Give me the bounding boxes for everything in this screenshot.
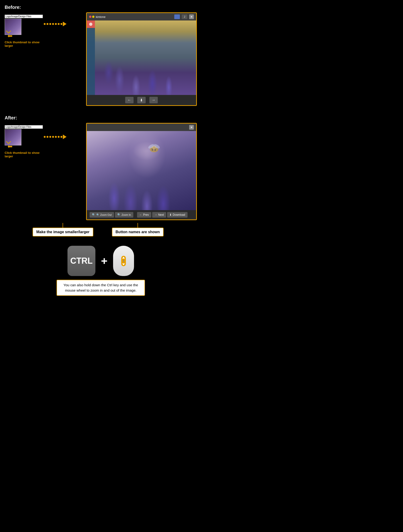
- ctrl-mouse-row: CTRL +: [68, 246, 134, 276]
- before-close-button[interactable]: ×: [189, 14, 194, 19]
- before-section: Before: Logo/Image/Design Files ⬅ Click …: [5, 5, 197, 106]
- ctrl-key-icon: CTRL: [68, 246, 95, 276]
- after-dot-1: [44, 136, 46, 138]
- callout-right-wrapper: Button names are shown: [112, 223, 164, 236]
- thumbnail-caption: Logo/Image/Design Files: [5, 15, 43, 18]
- after-label: After:: [5, 115, 197, 120]
- after-bottom-bar: 🔍 🔍 Zoom Out 🔍 Zoom In ← Prev →: [87, 210, 196, 219]
- before-next-button[interactable]: →: [149, 97, 158, 103]
- zoom-out-icon: 🔍: [92, 213, 95, 216]
- before-download-button[interactable]: ⬇: [137, 97, 146, 103]
- dot-2: [47, 23, 48, 25]
- after-dot-2: [47, 136, 48, 138]
- before-thumbnail[interactable]: [5, 19, 21, 35]
- zoom-in-button[interactable]: 🔍 Zoom In: [115, 212, 133, 218]
- callout-line-left: [63, 223, 63, 228]
- ctrl-description: You can also hold down the Ctrl key and …: [57, 280, 145, 296]
- after-thumbnail[interactable]: [5, 129, 21, 146]
- titlebar-right: J ×: [174, 14, 194, 19]
- dots: [44, 23, 62, 25]
- kintone-title: kintone: [96, 15, 106, 19]
- after-download-button[interactable]: ⬇ CTRL Download: [167, 212, 187, 218]
- callout-zoom: Make the image smaller/larger: [32, 228, 93, 236]
- after-prev-button[interactable]: ← Prev: [137, 212, 151, 218]
- callouts-row: Make the image smaller/larger Button nam…: [23, 223, 197, 236]
- scroll-up-arrow: [122, 257, 125, 259]
- after-click-label: Click thumbnail to show larger: [5, 151, 43, 158]
- zoom-controls: 🔍 🔍 Zoom Out 🔍 Zoom In: [90, 212, 133, 218]
- zoom-out-button[interactable]: 🔍 🔍 Zoom Out: [90, 212, 114, 218]
- before-bottom-bar: ← ⬇ →: [87, 95, 196, 105]
- dot-3: [49, 23, 51, 25]
- fb-icon: [174, 14, 180, 19]
- download-icon: ⬇: [169, 213, 172, 216]
- after-close-button[interactable]: ×: [189, 125, 194, 130]
- ctrl-key-label: CTRL: [70, 256, 93, 266]
- after-kintone-window: × 🔍: [86, 123, 197, 220]
- prev-label: Prev: [143, 213, 149, 216]
- kintone-dot-red: [89, 16, 91, 18]
- after-arrow: [44, 134, 67, 139]
- callout-left-wrapper: Make the image smaller/larger: [32, 223, 93, 236]
- user-icon: J: [182, 14, 187, 19]
- after-dot-4: [52, 136, 54, 138]
- mouse-icon: [113, 246, 134, 276]
- before-label: Before:: [5, 5, 197, 10]
- after-thumbnail-caption: Logo/Image/Design Files: [5, 125, 43, 129]
- before-titlebar: kintone J ×: [87, 13, 196, 20]
- before-arrow: [44, 22, 67, 26]
- before-prev-button[interactable]: ←: [125, 97, 133, 103]
- sidebar: [87, 20, 95, 95]
- kintone-logo: kintone: [89, 15, 106, 19]
- after-layout: Logo/Image/Design Files ⬅ Click thumbnai…: [5, 123, 197, 220]
- kintone-traffic-lights: [89, 16, 94, 18]
- dot-5: [55, 23, 57, 25]
- after-dot-7: [61, 136, 62, 138]
- bee-illustration: [145, 143, 163, 155]
- after-dot-3: [49, 136, 51, 138]
- dot-4: [52, 23, 54, 25]
- before-layout: Logo/Image/Design Files ⬅ Click thumbnai…: [5, 12, 197, 106]
- arrow-right: [63, 22, 67, 26]
- kintone-dot-yellow: [92, 16, 94, 18]
- scroll-indicator: [123, 260, 124, 262]
- before-thumbnail-area: Logo/Image/Design Files ⬅ Click thumbnai…: [5, 15, 43, 47]
- next-label: Next: [158, 213, 164, 216]
- next-arrow-icon: →: [155, 213, 157, 216]
- scroll-down-arrow: [122, 263, 125, 265]
- after-image-content: [87, 131, 196, 210]
- callout-line-right: [138, 223, 138, 228]
- sidebar-icon: [89, 23, 92, 26]
- after-image: [87, 131, 196, 210]
- after-cursor-icon: ⬅: [7, 143, 13, 150]
- before-click-label: Click thumbnail to show larger: [5, 40, 43, 47]
- bottom-section: CTRL + You can also hold down the Ctrl k…: [5, 246, 197, 296]
- before-image-content: [87, 20, 196, 95]
- nav-controls: ← Prev → Next ⬇ CTRL Download: [137, 212, 188, 218]
- before-thumb-wrapper: ⬅: [5, 19, 21, 39]
- zoom-out-label: 🔍 Zoom Out: [96, 213, 112, 216]
- sidebar-top: [87, 20, 95, 28]
- mouse-wheel: [121, 256, 126, 266]
- after-section: After: Logo/Image/Design Files ⬅ Click t…: [5, 115, 197, 236]
- download-text: Download: [173, 213, 185, 216]
- dot-7: [61, 23, 62, 25]
- zoom-in-icon: 🔍: [117, 213, 121, 216]
- cursor-icon: ⬅: [7, 32, 13, 39]
- dot-6: [58, 23, 60, 25]
- dot-1: [44, 23, 46, 25]
- after-titlebar: ×: [87, 124, 196, 131]
- before-kintone-window: kintone J × ←: [86, 12, 197, 106]
- zoom-in-label: Zoom In: [122, 213, 131, 216]
- after-dot-6: [58, 136, 60, 138]
- after-thumb-wrapper: ⬅: [5, 129, 21, 150]
- after-next-button[interactable]: → Next: [152, 212, 166, 218]
- before-image: [87, 20, 196, 95]
- prev-arrow-icon: ←: [139, 213, 142, 216]
- after-dots: [44, 136, 62, 138]
- after-arrow-right: [63, 134, 67, 139]
- plus-sign: +: [101, 255, 107, 267]
- after-dot-5: [55, 136, 57, 138]
- after-thumbnail-area: Logo/Image/Design Files ⬅ Click thumbnai…: [5, 125, 43, 158]
- callout-names: Button names are shown: [112, 228, 164, 236]
